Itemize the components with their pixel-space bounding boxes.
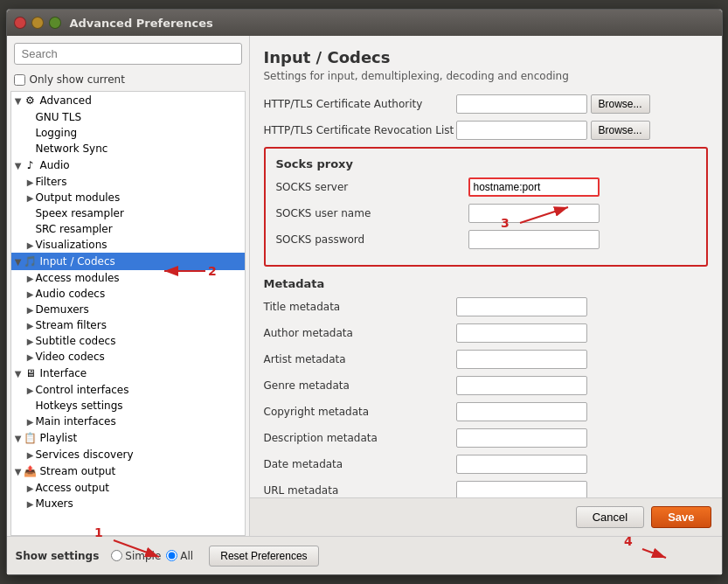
tree-toggle-icon (25, 208, 36, 219)
tree-item-audio-codecs[interactable]: ▶Audio codecs (11, 286, 245, 302)
cancel-button[interactable]: Cancel (576, 506, 644, 528)
metadata-field-input[interactable] (456, 323, 587, 343)
tree-item-access-modules[interactable]: ▶Access modules (11, 270, 245, 286)
tree-toggle-icon: ▶ (25, 416, 36, 427)
tree-item-advanced[interactable]: ▼⚙Advanced (11, 92, 245, 109)
tree-item-src-resampler[interactable]: SRC resampler (11, 221, 245, 237)
tree-item-gnu-tls[interactable]: GNU TLS (11, 109, 245, 125)
tree-item-label: Stream filters (36, 319, 107, 331)
right-panel: Input / Codecs Settings for input, demul… (250, 36, 722, 536)
save-button[interactable]: Save (651, 506, 711, 528)
tree-item-hotkeys-settings[interactable]: Hotkeys settings (11, 398, 245, 414)
metadata-field-input[interactable] (456, 297, 587, 316)
cert-revocation-label: HTTP/TLS Certificate Revocation List (264, 124, 456, 136)
radio-all[interactable] (166, 550, 177, 561)
tree-item-control-interfaces[interactable]: ▶Control interfaces (11, 382, 245, 398)
only-show-checkbox[interactable] (14, 74, 25, 86)
bottom-bar: Show settings Simple All Reset Preferenc… (7, 536, 722, 574)
socks-username-input[interactable] (468, 204, 600, 223)
metadata-field-input[interactable] (456, 455, 587, 474)
sidebar: Only show current ▼⚙AdvancedGNU TLSLoggi… (7, 36, 250, 536)
tree-item-label: Network Sync (36, 143, 108, 155)
tree-toggle-icon: ▶ (25, 273, 36, 283)
metadata-field-input[interactable] (456, 402, 587, 421)
radio-simple[interactable] (111, 550, 122, 561)
minimize-button[interactable] (31, 17, 44, 29)
tree-item-label: Access modules (36, 272, 120, 284)
tree-item-label: GNU TLS (36, 111, 82, 123)
socks-server-row: SOCKS server (276, 177, 696, 197)
tree-item-label: Logging (36, 127, 78, 139)
socks-password-row: SOCKS password (276, 230, 696, 249)
metadata-field-input[interactable] (456, 481, 587, 497)
metadata-section: Metadata Title metadataAuthor metadataAr… (264, 277, 708, 497)
tree-item-main-interfaces[interactable]: ▶Main interfaces (11, 414, 245, 429)
tree-item-speex-resampler[interactable]: Speex resampler (11, 205, 245, 221)
cert-revocation-input[interactable] (456, 121, 587, 140)
tree-node-icon: 🖥 (24, 366, 38, 380)
tree-item-visualizations[interactable]: ▶Visualizations (11, 237, 245, 253)
cert-revocation-browse[interactable]: Browse... (591, 121, 650, 140)
metadata-field-input[interactable] (456, 376, 587, 395)
metadata-field-row: Author metadata (264, 323, 708, 343)
tree-item-label: Access output (36, 482, 109, 494)
tree-container[interactable]: ▼⚙AdvancedGNU TLSLoggingNetwork Sync▼♪Au… (10, 91, 246, 536)
tree-item-label: SRC resampler (36, 223, 113, 235)
tree-item-stream-filters[interactable]: ▶Stream filters (11, 317, 245, 333)
tree-toggle-icon: ▶ (25, 351, 36, 362)
tree-item-access-output[interactable]: ▶Access output (11, 480, 245, 496)
tree-item-label: Advanced (40, 94, 92, 107)
maximize-button[interactable] (49, 17, 61, 29)
metadata-field-row: Date metadata (264, 455, 708, 474)
only-show-row: Only show current (7, 72, 249, 91)
tree-item-label: Audio codecs (36, 288, 106, 300)
tree-item-label: Main interfaces (36, 415, 116, 428)
metadata-fields: Title metadataAuthor metadataArtist meta… (264, 297, 708, 497)
close-button[interactable] (14, 17, 26, 29)
search-input[interactable] (14, 43, 242, 65)
tree-toggle-icon: ▶ (25, 289, 36, 299)
tree-toggle-icon: ▼ (13, 466, 24, 476)
socks-password-input[interactable] (468, 230, 600, 249)
metadata-field-label: Author metadata (264, 327, 456, 339)
tree-toggle-icon (25, 112, 36, 122)
socks-username-label: SOCKS user name (276, 207, 468, 219)
tree-item-services-discovery[interactable]: ▶Services discovery (11, 447, 245, 462)
tree-item-label: Output modules (36, 191, 121, 204)
socks-server-input[interactable] (468, 177, 600, 197)
reset-preferences-button[interactable]: Reset Preferences (209, 546, 318, 567)
tree-item-video-codecs[interactable]: ▶Video codecs (11, 349, 245, 365)
tree-item-subtitle-codecs[interactable]: ▶Subtitle codecs (11, 333, 245, 349)
tree-toggle-icon: ▶ (25, 320, 36, 330)
tree-toggle-icon: ▶ (25, 240, 36, 250)
tree-item-playlist[interactable]: ▼📋Playlist (11, 429, 245, 447)
panel-title: Input / Codecs (264, 48, 708, 66)
tree-item-logging[interactable]: Logging (11, 125, 245, 141)
tree-item-label: Visualizations (36, 239, 107, 251)
cert-authority-input[interactable] (456, 94, 587, 114)
panel-subtitle: Settings for input, demultiplexing, deco… (264, 70, 708, 82)
tree-item-interface[interactable]: ▼🖥Interface (11, 365, 245, 382)
tree-item-label: Playlist (40, 432, 78, 444)
cert-authority-browse[interactable]: Browse... (591, 94, 650, 114)
metadata-field-input[interactable] (456, 350, 587, 369)
tree-item-audio[interactable]: ▼♪Audio (11, 156, 245, 174)
tree-item-muxers[interactable]: ▶Muxers (11, 496, 245, 511)
tree-item-label: Audio (40, 159, 70, 171)
tree-item-network-sync[interactable]: Network Sync (11, 141, 245, 156)
tree-toggle-icon: ▼ (13, 368, 24, 379)
metadata-field-label: Genre metadata (264, 379, 456, 392)
metadata-field-label: Date metadata (264, 458, 456, 470)
tree-toggle-icon: ▶ (25, 385, 36, 395)
tree-item-input-codecs[interactable]: ▼🎵Input / Codecs (11, 253, 245, 270)
metadata-field-row: Genre metadata (264, 376, 708, 395)
metadata-field-row: URL metadata (264, 481, 708, 497)
metadata-field-input[interactable] (456, 428, 587, 448)
tree-item-output-modules[interactable]: ▶Output modules (11, 190, 245, 205)
main-window: Advanced Preferences Only show current ▼… (6, 9, 723, 575)
metadata-field-row: Copyright metadata (264, 402, 708, 421)
radio-all-label: All (166, 550, 193, 562)
tree-item-demuxers[interactable]: ▶Demuxers (11, 302, 245, 317)
tree-item-stream-output[interactable]: ▼📤Stream output (11, 462, 245, 480)
tree-item-filters[interactable]: ▶Filters (11, 174, 245, 190)
